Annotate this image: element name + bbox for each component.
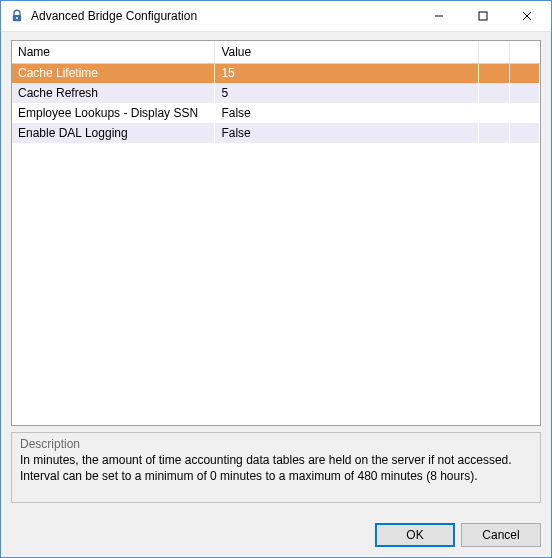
svg-point-1 (16, 17, 18, 19)
description-line: Interval can be set to a minimum of 0 mi… (20, 469, 478, 483)
cell-spacer (509, 83, 539, 103)
window-frame: Advanced Bridge Configuration Name (0, 0, 552, 558)
svg-rect-3 (479, 12, 487, 20)
ok-button[interactable]: OK (375, 523, 455, 547)
cell-spacer (509, 103, 539, 123)
cell-name: Employee Lookups - Display SSN (12, 103, 215, 123)
table-row[interactable]: Enable DAL LoggingFalse (12, 123, 540, 143)
client-area: Name Value Cache Lifetime15Cache Refresh… (1, 32, 551, 557)
close-button[interactable] (505, 1, 549, 31)
table-row[interactable]: Cache Refresh5 (12, 83, 540, 103)
cell-spacer (479, 103, 509, 123)
lock-icon (9, 8, 25, 24)
cell-value[interactable]: False (215, 123, 479, 143)
grid-header-row: Name Value (12, 41, 540, 63)
dialog-button-row: OK Cancel (11, 523, 541, 547)
column-header-spacer (509, 41, 539, 63)
description-heading: Description (20, 437, 532, 451)
cell-spacer (479, 123, 509, 143)
maximize-button[interactable] (461, 1, 505, 31)
cell-name: Enable DAL Logging (12, 123, 215, 143)
column-header-name[interactable]: Name (12, 41, 215, 63)
cell-spacer (479, 63, 509, 83)
table-row[interactable]: Cache Lifetime15 (12, 63, 540, 83)
description-body: In minutes, the amount of time accountin… (20, 452, 532, 484)
column-header-value[interactable]: Value (215, 41, 479, 63)
cell-spacer (509, 123, 539, 143)
cell-name: Cache Refresh (12, 83, 215, 103)
titlebar: Advanced Bridge Configuration (1, 1, 551, 32)
window-title: Advanced Bridge Configuration (31, 9, 417, 23)
cell-value[interactable]: 5 (215, 83, 479, 103)
column-header-spacer (479, 41, 509, 63)
cell-spacer (509, 63, 539, 83)
cell-name: Cache Lifetime (12, 63, 215, 83)
cell-value[interactable]: False (215, 103, 479, 123)
table-row[interactable]: Employee Lookups - Display SSNFalse (12, 103, 540, 123)
minimize-button[interactable] (417, 1, 461, 31)
cancel-button[interactable]: Cancel (461, 523, 541, 547)
cell-spacer (479, 83, 509, 103)
property-grid[interactable]: Name Value Cache Lifetime15Cache Refresh… (11, 40, 541, 426)
description-panel: Description In minutes, the amount of ti… (11, 432, 541, 503)
description-line: In minutes, the amount of time accountin… (20, 453, 512, 467)
cell-value[interactable]: 15 (215, 63, 479, 83)
